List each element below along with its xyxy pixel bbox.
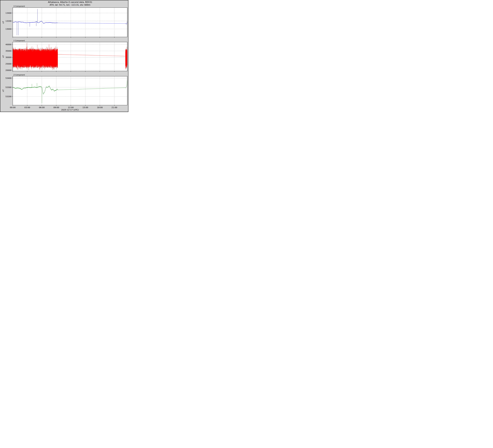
x-tick-label: 00:00	[10, 106, 16, 109]
x-tick-label: 06:00	[39, 106, 45, 109]
y-tick-label: 53400	[6, 77, 11, 79]
y-tick-label: 20000	[6, 69, 11, 71]
z-component-plot: 53200533005340000:0003:0006:0009:0012:00…	[6, 76, 127, 109]
x-tick-label: 15:00	[82, 106, 88, 109]
y-tick-label: 30000	[6, 56, 11, 58]
y-tick-label: 13200	[6, 20, 11, 22]
plots-canvas: 1300013200134002000025000300003500040000…	[0, 0, 128, 112]
y-tick-label: 35000	[6, 50, 11, 52]
y-tick-label: 13400	[6, 12, 11, 14]
y-tick-label: 53200	[6, 95, 11, 98]
x-tick-label: 03:00	[24, 106, 30, 109]
x-tick-label: 12:00	[68, 106, 74, 109]
x-tick-label: 18:00	[97, 106, 103, 109]
x-tick-label: 09:00	[54, 106, 59, 109]
y-tick-label: 13000	[6, 28, 11, 30]
x-tick-label: 21:00	[112, 106, 117, 109]
y-component-plot: 2000025000300003500040000	[6, 42, 127, 72]
plot-area	[13, 76, 127, 105]
magnetometer-figure: Athabasca, Alberta (1-second data, RDCO)…	[0, 0, 128, 112]
y-tick-label: 53300	[6, 86, 11, 88]
plot-area	[13, 8, 127, 37]
x-component-plot: 130001320013400	[6, 8, 127, 38]
y-tick-label: 40000	[6, 43, 11, 46]
date-axis-label: 2025-12-17 (UTC)	[13, 109, 127, 111]
y-tick-label: 25000	[6, 63, 11, 65]
